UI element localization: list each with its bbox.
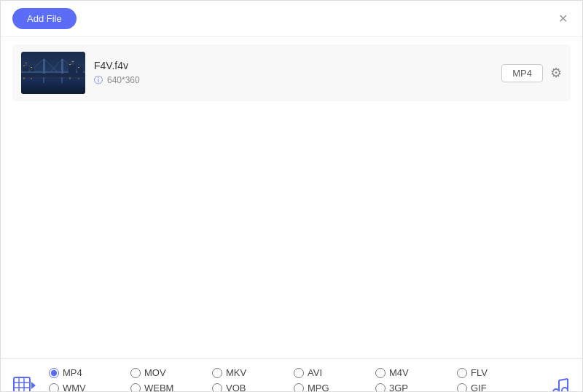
format-wmv[interactable]: WMV (49, 383, 130, 392)
format-webm[interactable]: WEBM (130, 383, 212, 392)
radio-wmv[interactable] (49, 383, 59, 393)
svg-rect-18 (31, 67, 32, 68)
radio-avi[interactable] (294, 368, 304, 378)
file-info: F4V.f4v ⓘ 640*360 (94, 60, 493, 87)
format-vob[interactable]: VOB (212, 383, 294, 392)
svg-rect-25 (23, 77, 25, 79)
svg-rect-19 (69, 64, 71, 65)
radio-gif[interactable] (457, 383, 467, 393)
format-mkv[interactable]: MKV (212, 367, 294, 378)
svg-rect-16 (23, 66, 25, 66)
svg-rect-17 (26, 63, 26, 63)
format-mp4[interactable]: MP4 (49, 367, 130, 378)
file-item: F4V.f4v ⓘ 640*360 MP4 ⚙ (12, 44, 571, 101)
radio-mov[interactable] (130, 368, 141, 378)
close-button[interactable]: ✕ (555, 9, 571, 28)
settings-button[interactable]: ⚙ (550, 65, 562, 81)
video-format-icon (12, 373, 37, 392)
format-gif[interactable]: GIF (457, 383, 539, 392)
svg-rect-28 (78, 78, 79, 79)
svg-rect-14 (71, 60, 74, 65)
format-avi[interactable]: AVI (294, 367, 375, 378)
top-bar: Add File ✕ (1, 1, 582, 37)
format-panel: MP4 MOV MKV AVI M4V FLV WMV WEBM (1, 358, 582, 392)
format-mpg[interactable]: MPG (294, 383, 375, 392)
svg-rect-4 (25, 62, 28, 66)
radio-vob[interactable] (212, 383, 222, 393)
format-badge-button[interactable]: MP4 (501, 64, 543, 82)
radio-mpg[interactable] (294, 383, 304, 393)
svg-rect-7 (61, 59, 63, 74)
svg-line-39 (559, 379, 568, 380)
svg-rect-27 (69, 77, 71, 79)
file-name: F4V.f4v (94, 60, 493, 71)
main-content (1, 109, 582, 358)
format-3gp[interactable]: 3GP (375, 383, 457, 392)
format-flv[interactable]: FLV (457, 367, 539, 378)
file-thumbnail (21, 52, 85, 94)
radio-mkv[interactable] (212, 368, 222, 378)
svg-point-35 (553, 389, 559, 393)
file-list: F4V.f4v ⓘ 640*360 MP4 ⚙ (1, 37, 582, 109)
svg-rect-20 (72, 61, 74, 62)
format-mov[interactable]: MOV (130, 367, 212, 378)
svg-rect-13 (69, 63, 76, 74)
music-icon (550, 376, 571, 393)
svg-rect-26 (31, 78, 32, 79)
file-actions: MP4 ⚙ (501, 64, 562, 82)
svg-rect-29 (14, 377, 30, 392)
radio-webm[interactable] (130, 383, 141, 393)
radio-mp4[interactable] (49, 368, 59, 378)
svg-rect-1 (21, 77, 85, 94)
info-icon: ⓘ (94, 74, 103, 87)
file-resolution: 640*360 (107, 75, 140, 85)
svg-point-36 (562, 388, 568, 393)
radio-3gp[interactable] (375, 383, 386, 393)
radio-m4v[interactable] (375, 368, 386, 378)
format-m4v[interactable]: M4V (375, 367, 457, 378)
radio-flv[interactable] (457, 368, 467, 378)
svg-marker-34 (31, 382, 36, 389)
format-options: MP4 MOV MKV AVI M4V FLV WMV WEBM (49, 367, 539, 392)
file-meta: ⓘ 640*360 (94, 74, 493, 87)
add-file-button[interactable]: Add File (12, 8, 77, 29)
svg-rect-6 (43, 59, 45, 74)
svg-rect-21 (78, 67, 79, 68)
